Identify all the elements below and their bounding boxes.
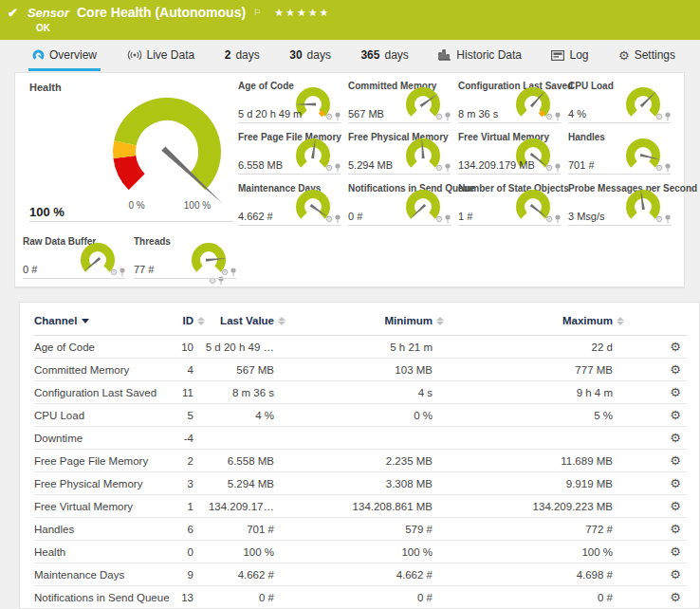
channel-name[interactable]: Free Virtual Memory <box>34 495 176 518</box>
channel-settings-icon[interactable]: ⚙ <box>670 408 681 422</box>
gear-icon[interactable]: ⚙ <box>221 268 229 277</box>
channel-settings-icon[interactable]: ⚙ <box>670 544 681 559</box>
gear-icon[interactable]: ⚙ <box>325 215 333 224</box>
channel-settings-icon[interactable]: ⚙ <box>670 362 681 377</box>
gear-icon[interactable]: ⚙ <box>545 215 553 224</box>
channel-name[interactable]: Free Page File Memory <box>34 450 176 472</box>
pin-icon[interactable] <box>555 214 561 224</box>
tab-365-days[interactable]: 365days <box>357 40 412 71</box>
tab-overview[interactable]: Overview <box>28 40 101 71</box>
pin-icon[interactable] <box>445 163 451 173</box>
gear-icon[interactable]: ⚙ <box>655 215 663 224</box>
tile-value: 1 # <box>458 211 472 222</box>
channel-name[interactable]: Notifications in Send Queue <box>34 586 176 609</box>
channel-settings-icon[interactable]: ⚙ <box>670 522 681 536</box>
pin-icon[interactable] <box>555 112 561 121</box>
channel-row-maintenance-days[interactable]: Maintenance Days94.662 #4.662 #4.698 #⚙ <box>34 563 687 586</box>
gear-icon[interactable]: ⚙ <box>435 215 443 224</box>
pin-icon[interactable] <box>335 112 341 121</box>
tab-log[interactable]: Log <box>547 40 592 71</box>
pin-icon[interactable] <box>120 268 125 277</box>
channel-name[interactable]: Configuration Last Saved <box>34 381 176 404</box>
gear-icon[interactable]: ⚙ <box>545 113 553 121</box>
channel-maximum: 9.919 MB <box>444 472 624 495</box>
channel-name[interactable]: Handles <box>34 518 176 541</box>
channel-row-health[interactable]: Health0100 %100 %100 %⚙ <box>34 541 687 563</box>
column-header-id[interactable]: ID <box>176 303 205 336</box>
channel-name[interactable]: Age of Code <box>34 336 176 359</box>
channel-settings-icon[interactable]: ⚙ <box>670 567 681 581</box>
column-header-channel[interactable]: Channel <box>34 303 176 336</box>
channel-row-free-virtual-memory[interactable]: Free Virtual Memory1134.209.17…134.208.8… <box>34 495 687 518</box>
tile-value: 4 % <box>568 108 586 120</box>
channel-maximum: 134.209.223 MB <box>444 495 624 518</box>
channel-row-free-page-file-memory[interactable]: Free Page File Memory26.558 MB2.235 MB11… <box>34 450 687 472</box>
pin-icon[interactable] <box>335 163 341 173</box>
gauge-tile-cpu-load: CPU Load4 %⚙ <box>568 81 671 123</box>
settings-gear-icon: ⚙ <box>618 49 630 62</box>
pin-icon[interactable] <box>445 214 451 224</box>
flag-icon[interactable]: ⚐ <box>253 8 261 17</box>
channel-name[interactable]: Maintenance Days <box>34 563 176 586</box>
pin-icon[interactable] <box>555 163 561 173</box>
tab-historic-data[interactable]: Historic Data <box>434 40 525 71</box>
channel-settings-icon[interactable]: ⚙ <box>670 340 681 354</box>
tab-30-days[interactable]: 30days <box>286 40 335 71</box>
gear-icon[interactable]: ⚙ <box>325 164 333 173</box>
gear-icon[interactable]: ⚙ <box>655 164 663 173</box>
pin-icon[interactable] <box>445 112 451 121</box>
channel-settings-icon[interactable]: ⚙ <box>670 431 681 445</box>
gauge-tile-probe-messages-per-second: Probe Messages per Second3 Msg/s⚙ <box>568 183 671 226</box>
tile-icons: ⚙ <box>221 268 236 277</box>
priority-stars[interactable]: ★★★★★ <box>274 7 330 19</box>
channel-minimum: 134.208.861 MB <box>286 495 444 518</box>
channel-name[interactable]: Health <box>34 541 176 563</box>
channel-name[interactable]: Free Physical Memory <box>34 472 176 495</box>
column-header-min[interactable]: Minimum <box>286 303 444 336</box>
tab-live-data[interactable]: Live Data <box>123 40 199 71</box>
channel-name[interactable]: CPU Load <box>34 404 176 427</box>
gauge-icon <box>32 49 45 61</box>
channel-row-downtime[interactable]: Downtime-4⚙ <box>34 427 687 450</box>
channel-row-committed-memory[interactable]: Committed Memory4567 MB103 MB777 MB⚙ <box>34 359 687 381</box>
gear-icon[interactable]: ⚙ <box>655 113 663 121</box>
channel-row-age-of-code[interactable]: Age of Code105 d 20 h 49 …5 h 21 m22 d⚙ <box>34 336 687 359</box>
channel-name[interactable]: Committed Memory <box>34 359 176 381</box>
channel-settings-icon[interactable]: ⚙ <box>670 476 681 490</box>
gear-icon[interactable]: ⚙ <box>110 268 118 277</box>
gear-icon[interactable]: ⚙ <box>435 164 443 173</box>
channel-minimum: 579 # <box>286 518 444 541</box>
pin-icon[interactable] <box>665 214 671 224</box>
channel-last-value: 5 d 20 h 49 … <box>205 336 286 359</box>
tile-icons: ⚙ <box>655 214 671 224</box>
channel-row-cpu-load[interactable]: CPU Load54 %0 %5 %⚙ <box>34 404 687 427</box>
channel-name[interactable]: Downtime <box>34 427 176 450</box>
channel-row-notifications-in-send-queue[interactable]: Notifications in Send Queue130 #0 #0 #⚙ <box>34 586 687 609</box>
live-data-icon <box>127 49 142 61</box>
tile-value: 6.558 MB <box>238 159 283 171</box>
channel-settings-icon[interactable]: ⚙ <box>670 453 681 468</box>
channel-maximum: 5 % <box>444 404 624 427</box>
pin-icon[interactable] <box>335 214 341 224</box>
channel-settings-icon[interactable]: ⚙ <box>670 499 681 513</box>
gauge-tile-configuration-last-saved: Configuration Last Saved8 m 36 s⚙ <box>458 81 561 123</box>
channel-row-free-physical-memory[interactable]: Free Physical Memory35.294 MB3.308 MB9.9… <box>34 472 687 495</box>
pin-icon[interactable] <box>665 163 671 173</box>
pin-icon[interactable] <box>230 268 236 277</box>
column-header-max[interactable]: Maximum <box>444 303 624 336</box>
channel-last-value: 8 m 36 s <box>205 381 286 404</box>
tab-settings[interactable]: ⚙Settings <box>615 40 679 71</box>
gear-icon[interactable]: ⚙ <box>435 113 443 121</box>
channel-row-configuration-last-saved[interactable]: Configuration Last Saved118 m 36 s4 s9 h… <box>34 381 687 404</box>
gear-icon[interactable]: ⚙ <box>325 113 333 121</box>
tile-value: 0 # <box>23 264 37 275</box>
channel-settings-icon[interactable]: ⚙ <box>670 385 681 399</box>
pin-icon[interactable] <box>665 112 671 121</box>
tab-2-days[interactable]: 2days <box>221 40 264 71</box>
tile-value: 77 # <box>134 264 154 275</box>
channel-row-handles[interactable]: Handles6701 #579 #772 #⚙ <box>34 518 687 541</box>
gear-icon[interactable]: ⚙ <box>545 164 553 173</box>
channel-last-value: 0 # <box>205 586 286 609</box>
channel-settings-icon[interactable]: ⚙ <box>670 590 681 604</box>
column-header-last[interactable]: Last Value <box>205 303 286 336</box>
